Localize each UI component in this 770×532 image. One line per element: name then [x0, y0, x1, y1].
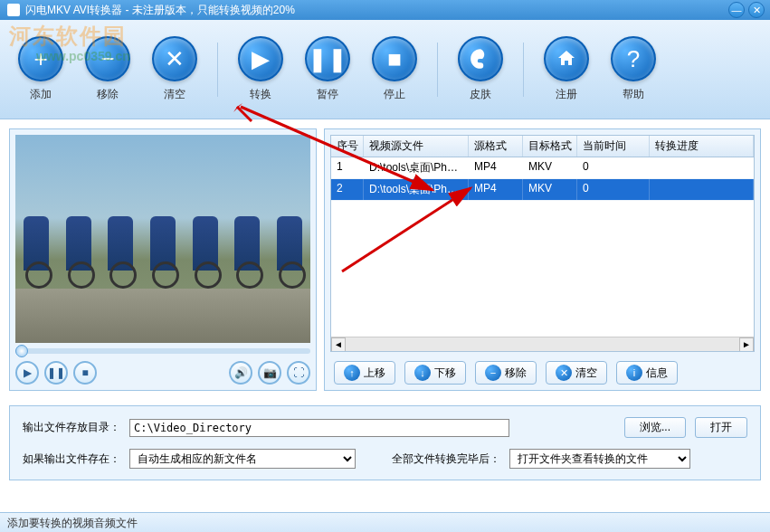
skin-button[interactable]: 皮肤	[449, 36, 512, 102]
minimize-button[interactable]: —	[728, 2, 745, 18]
file-grid[interactable]: 序号 视频源文件 源格式 目标格式 当前时间 转换进度 1 D:\tools\桌…	[330, 135, 755, 352]
move-down-button[interactable]: ↓下移	[404, 361, 466, 385]
after-convert-combo[interactable]: 打开文件夹查看转换的文件	[509, 449, 690, 469]
list-remove-button[interactable]: −移除	[475, 361, 537, 385]
scroll-left-icon[interactable]: ◄	[331, 337, 346, 352]
preview-volume-button[interactable]: 🔊	[229, 361, 252, 385]
pause-button[interactable]: ❚❚ 暂停	[296, 36, 359, 102]
pause-label: 暂停	[317, 87, 338, 102]
cell-source: D:\tools\桌面\Photos...	[364, 157, 469, 178]
table-row[interactable]: 1 D:\tools\桌面\Photos... MP4 MKV 0	[331, 157, 754, 179]
preview-stop-button[interactable]: ■	[73, 361, 97, 385]
minus-icon: −	[485, 365, 501, 381]
status-bar: 添加要转换的视频音频文件	[0, 512, 770, 532]
file-exists-label: 如果输出文件存在：	[23, 451, 120, 467]
plus-icon: +	[18, 36, 63, 81]
cell-srcfmt: MP4	[469, 179, 523, 200]
cell-index: 2	[331, 179, 364, 200]
toolbar-separator	[523, 43, 524, 97]
skin-icon	[458, 36, 503, 81]
stop-button[interactable]: ■ 停止	[363, 36, 426, 102]
list-clear-button[interactable]: ✕清空	[546, 361, 607, 385]
col-time[interactable]: 当前时间	[577, 136, 650, 157]
col-src-format[interactable]: 源格式	[469, 136, 523, 157]
preview-play-button[interactable]: ▶	[15, 361, 39, 385]
col-tgt-format[interactable]: 目标格式	[523, 136, 577, 157]
add-button[interactable]: + 添加	[9, 36, 72, 102]
app-icon	[7, 4, 20, 16]
open-button[interactable]: 打开	[695, 417, 747, 438]
help-button[interactable]: ? 帮助	[602, 36, 665, 102]
register-label: 注册	[556, 87, 577, 102]
cell-index: 1	[331, 157, 364, 178]
preview-fullscreen-button[interactable]: ⛶	[287, 361, 310, 385]
preview-pause-button[interactable]: ❚❚	[44, 361, 68, 385]
col-source[interactable]: 视频源文件	[364, 136, 469, 157]
table-row[interactable]: 2 D:\tools\桌面\Photos... MP4 MKV 0	[331, 179, 754, 201]
skin-label: 皮肤	[470, 87, 491, 102]
pause-icon: ❚❚	[305, 36, 350, 81]
cell-srcfmt: MP4	[469, 157, 523, 178]
cell-tgtfmt: MKV	[523, 179, 577, 200]
preview-snapshot-button[interactable]: 📷	[258, 361, 281, 385]
clear-label: 清空	[164, 87, 185, 102]
title-bar: 闪电MKV AVI转换器 - 未注册版本，只能转换视频的20% — ✕	[0, 0, 770, 20]
file-list-panel: 序号 视频源文件 源格式 目标格式 当前时间 转换进度 1 D:\tools\桌…	[324, 128, 761, 391]
help-label: 帮助	[623, 87, 644, 102]
convert-label: 转换	[250, 87, 271, 102]
file-exists-combo[interactable]: 自动生成相应的新文件名	[129, 449, 356, 469]
clear-button[interactable]: ✕ 清空	[143, 36, 206, 102]
move-down-label: 下移	[434, 366, 456, 381]
x-icon: ✕	[556, 365, 572, 381]
grid-header: 序号 视频源文件 源格式 目标格式 当前时间 转换进度	[331, 136, 754, 157]
remove-label: 移除	[97, 87, 119, 102]
move-up-button[interactable]: ↑上移	[334, 361, 395, 385]
question-icon: ?	[611, 36, 656, 81]
list-clear-label: 清空	[575, 366, 597, 381]
add-label: 添加	[30, 87, 52, 102]
arrow-up-icon: ↑	[344, 365, 360, 381]
window-title: 闪电MKV AVI转换器 - 未注册版本，只能转换视频的20%	[25, 3, 295, 18]
cell-source: D:\tools\桌面\Photos...	[364, 179, 469, 200]
grid-hscroll[interactable]: ◄ ►	[331, 337, 754, 351]
seek-slider[interactable]	[15, 348, 310, 354]
register-button[interactable]: 注册	[535, 36, 598, 102]
info-icon: i	[626, 365, 642, 381]
cell-tgtfmt: MKV	[523, 157, 577, 178]
list-remove-label: 移除	[505, 366, 527, 381]
move-up-label: 上移	[364, 366, 385, 381]
main-toolbar: 河东软件园 www.pc0359.cn + 添加 − 移除 ✕ 清空 ▶ 转换 …	[0, 20, 770, 119]
output-dir-label: 输出文件存放目录：	[23, 420, 120, 435]
browse-button[interactable]: 浏览...	[624, 417, 686, 438]
cell-time: 0	[577, 179, 650, 200]
x-icon: ✕	[152, 36, 197, 81]
toolbar-separator	[437, 43, 438, 97]
arrow-down-icon: ↓	[414, 365, 431, 381]
col-index[interactable]: 序号	[331, 136, 364, 157]
info-button[interactable]: i信息	[616, 361, 678, 385]
output-settings-panel: 输出文件存放目录： 浏览... 打开 如果输出文件存在： 自动生成相应的新文件名…	[9, 405, 761, 480]
minus-icon: −	[85, 36, 130, 81]
after-convert-label: 全部文件转换完毕后：	[392, 451, 500, 467]
stop-label: 停止	[384, 87, 405, 102]
convert-button[interactable]: ▶ 转换	[229, 36, 292, 102]
video-preview[interactable]	[15, 135, 310, 343]
home-icon	[544, 36, 589, 81]
preview-panel: ▶ ❚❚ ■ 🔊 📷 ⛶	[9, 128, 317, 391]
info-label: 信息	[646, 366, 668, 381]
cell-time: 0	[577, 157, 650, 178]
play-icon: ▶	[238, 36, 283, 81]
toolbar-separator	[217, 43, 218, 97]
cell-progress	[650, 157, 754, 178]
output-dir-field[interactable]	[129, 419, 509, 437]
close-button[interactable]: ✕	[748, 2, 765, 18]
status-text: 添加要转换的视频音频文件	[7, 517, 138, 529]
col-progress[interactable]: 转换进度	[650, 136, 754, 157]
stop-icon: ■	[372, 36, 417, 81]
scroll-right-icon[interactable]: ►	[739, 337, 754, 352]
remove-button[interactable]: − 移除	[76, 36, 139, 102]
cell-progress	[650, 179, 754, 200]
